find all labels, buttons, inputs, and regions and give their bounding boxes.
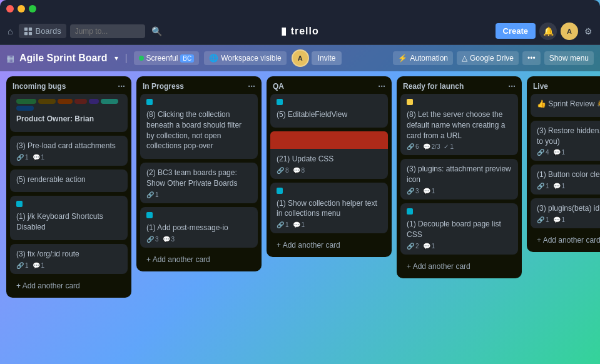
google-drive-button[interactable]: △ Google Drive [457, 51, 519, 65]
meta-comment-css: 💬8 [293, 167, 305, 174]
home-icon[interactable]: ⌂ [5, 24, 15, 39]
jump-input[interactable] [70, 24, 145, 38]
add-card-live[interactable]: + Add another card [531, 232, 600, 248]
card-fix-route[interactable]: (3) fix /org/:id route 🔗1 💬1 [10, 244, 128, 274]
comment-count-sv: 2/3 [432, 143, 440, 150]
card-title-post-message: (1) Add post-message-io [146, 223, 252, 233]
settings-icon[interactable]: ⚙ [582, 24, 595, 39]
drive-icon: △ [462, 54, 467, 63]
link-icon-rh: 🔗 [537, 149, 544, 156]
card-update-css[interactable]: (21) Update CSS 🔗8 💬8 [270, 131, 388, 179]
card-title-server-choose: (8) Let the server choose the default na… [407, 109, 512, 141]
card-product-owner[interactable]: Product Owner: Brian [10, 94, 128, 132]
notifications-icon[interactable]: 🔔 [539, 23, 557, 40]
close-button[interactable] [6, 5, 14, 13]
divider: | [125, 53, 127, 64]
screenful-badge[interactable]: Screenful BC [134, 51, 200, 65]
card-title-restore-hidden: (3) Restore hidden... don't, up to you) [537, 126, 600, 147]
card-plugins-attachment[interactable]: (3) plugins: attachment preview icon 🔗3 … [400, 159, 518, 200]
add-card-incoming[interactable]: + Add another card [10, 278, 128, 294]
invite-button[interactable]: Invite [312, 51, 342, 65]
card-renderable[interactable]: (5) renderable action [10, 169, 128, 193]
add-card-qa[interactable]: + Add another card [270, 237, 388, 253]
add-card-in-progress[interactable]: + Add another card [140, 251, 258, 268]
minimize-button[interactable] [18, 5, 25, 13]
card-title-product-owner: Product Owner: Brian [16, 114, 121, 124]
comment-icon-css: 💬 [293, 167, 300, 174]
meta-comment-pm: 💬3 [163, 236, 175, 243]
comment-icon-pm: 💬 [163, 236, 170, 243]
card-title-show-collection: (1) Show collection helper text in colle… [277, 198, 382, 220]
card-title-button-color: (1) Button color cle... [537, 169, 600, 180]
search-icon[interactable]: 🔍 [149, 24, 165, 39]
add-card-ready[interactable]: + Add another card [400, 258, 518, 275]
boards-button[interactable]: Boards [19, 24, 66, 38]
workspace-icon: 🌐 [209, 54, 218, 63]
link-count-rh: 4 [546, 149, 549, 156]
card-meta-decouple-board: 🔗2 💬1 [407, 243, 512, 250]
comment-count-2: 1 [41, 262, 45, 269]
card-title-decouple-board: (1) Decouple board page list CSS [407, 219, 512, 240]
create-button[interactable]: Create [496, 23, 536, 39]
list-header-live: Live ··· [527, 76, 600, 94]
card-title-renderable: (5) renderable action [16, 174, 121, 185]
card-meta-plugins-attachment: 🔗3 💬1 [407, 188, 512, 195]
workspace-visible-button[interactable]: 🌐 Workspace visible [204, 51, 286, 65]
indicator-teal-9 [277, 99, 283, 105]
meta-link-bc: 🔗1 [537, 183, 549, 190]
list-menu-qa[interactable]: ··· [378, 81, 385, 91]
more-icon: ••• [527, 54, 536, 63]
comment-icon-sc: 💬 [293, 221, 300, 228]
list-menu-in-progress[interactable]: ··· [248, 81, 255, 91]
svg-rect-2 [24, 31, 28, 34]
card-restore-hidden[interactable]: (3) Restore hidden... don't, up to you) … [531, 121, 600, 161]
list-menu-ready[interactable]: ··· [508, 81, 516, 91]
card-plugins-beta[interactable]: (3) plugins(beta) id... fixes 🔗1 💬1 [531, 198, 600, 228]
check-count-sv: 1 [450, 143, 454, 150]
boardbar-right: ⚡ Automation △ Google Drive ••• Show men… [393, 51, 594, 65]
user-avatar[interactable]: A [561, 23, 578, 40]
tag-orange [58, 99, 73, 104]
list-menu-incoming-bugs[interactable]: ··· [118, 81, 125, 91]
link-count-pa: 3 [415, 188, 419, 195]
card-title-keyboard: (1) j/k Keyboard Shortcuts Disabled [16, 211, 121, 233]
card-title-sprint-review: 👍 Sprint Review 👋 [537, 99, 600, 109]
card-pre-load[interactable]: (3) Pre-load card attachments 🔗1 💬1 [10, 136, 128, 166]
comment-count-sc: 1 [302, 221, 305, 228]
card-meta-post-message: 🔗3 💬3 [146, 236, 252, 243]
list-title-ready: Ready for launch [403, 82, 464, 91]
boards-icon [24, 27, 33, 36]
show-menu-button[interactable]: Show menu [544, 51, 594, 65]
card-keyboard-shortcuts[interactable]: (1) j/k Keyboard Shortcuts Disabled [10, 196, 128, 240]
card-button-color[interactable]: (1) Button color cle... 🔗1 💬1 [531, 164, 600, 195]
meta-comment-sc: 💬1 [293, 221, 305, 228]
board-title-dropdown[interactable]: ▾ [114, 54, 118, 63]
maximize-button[interactable] [29, 5, 36, 13]
list-title-qa: QA [273, 82, 284, 91]
more-options-button[interactable]: ••• [522, 51, 541, 65]
card-editable-field[interactable]: (5) EditableFieldView [270, 94, 388, 128]
list-body-live: 👍 Sprint Review 👋 (3) Restore hidden... … [527, 94, 600, 228]
meta-link-pa: 🔗3 [407, 188, 419, 195]
card-meta-show-collection: 🔗1 💬1 [277, 221, 382, 228]
link-icon-sc: 🔗 [277, 221, 284, 228]
card-sprint-review[interactable]: 👍 Sprint Review 👋 [531, 94, 600, 117]
card-clicking-collection[interactable]: (8) Clicking the collection beneath a bo… [140, 94, 258, 159]
card-server-choose[interactable]: (8) Let the server choose the default na… [400, 94, 518, 155]
automation-button[interactable]: ⚡ Automation [393, 51, 453, 65]
member-avatar[interactable]: A [292, 49, 309, 67]
card-add-post-message[interactable]: (1) Add post-message-io 🔗3 💬3 [140, 207, 258, 248]
trello-text: trello [291, 26, 319, 36]
meta-link-sv: 🔗6 [407, 143, 419, 150]
list-incoming-bugs: Incoming bugs ··· Product Owner: Bria [6, 76, 131, 298]
card-decouple-board[interactable]: (1) Decouple board page list CSS 🔗2 💬1 [400, 203, 518, 255]
meta-comment-bc: 💬1 [553, 183, 566, 190]
comment-count-pm: 3 [171, 236, 175, 243]
link-icon: 🔗 [16, 154, 24, 161]
indicator-wrap-12 [407, 99, 512, 106]
card-bc3-team[interactable]: (2) BC3 team boards page: Show Other Pri… [140, 163, 258, 203]
link-icon-css: 🔗 [277, 167, 284, 174]
comment-icon: 💬 [33, 154, 40, 161]
card-show-collection[interactable]: (1) Show collection helper text in colle… [270, 183, 388, 234]
indicator-wrap-9 [277, 99, 382, 106]
